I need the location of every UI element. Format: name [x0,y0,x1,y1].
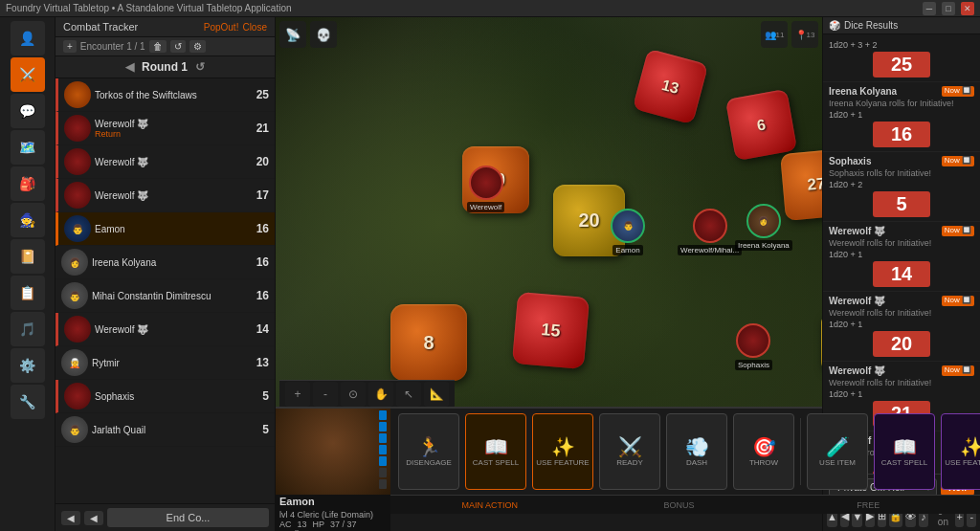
new-badge: Now 🔲 [942,226,974,236]
combatant-name: Eamon [95,224,246,234]
dice-result-name: Werewolf 🐺 [829,365,885,376]
players-icon[interactable]: 👥11 [761,21,788,48]
token-circle[interactable]: 👨 [611,209,645,243]
combatant-info: Ireena Kolyana [92,257,246,268]
action-disengage[interactable]: 🏃 disengage [398,413,459,490]
sidebar-icon-tables[interactable]: 📋 [11,276,45,310]
combatant-row[interactable]: Werewolf 🐺 20 [56,145,275,179]
dice-formula: 1d20 + 1 [829,389,974,399]
dice-d20-gold-2: 21 [821,314,822,371]
action-use-item[interactable]: 🧪 USE ITEM [807,413,868,490]
sidebar-icon-macros[interactable]: 🔧 [11,385,45,419]
combatant-name: Torkos of the Swiftclaws [95,90,246,100]
reset-encounter-button[interactable]: ↺ [170,40,186,53]
sidebar-icon-scenes[interactable]: 🗺️ [11,130,45,165]
dice-d20-red-3: 15 [512,292,590,369]
combatant-row[interactable]: Sophaxis 5 [56,380,275,413]
token-circle[interactable] [469,166,503,200]
next-round-button[interactable]: ↺ [195,60,205,74]
zoom-out-button[interactable]: - [313,382,338,407]
avatar [64,383,91,409]
combatant-row[interactable]: 👨 Eamon 16 [56,212,275,246]
skull-icon[interactable]: 💀 [310,21,337,48]
close-button[interactable]: ✕ [961,2,974,15]
prev-round-button[interactable]: ◀ [125,60,134,74]
combatant-row[interactable]: Torkos of the Swiftclaws 25 [56,78,275,112]
bluetooth-icon[interactable]: 📡 [279,21,306,48]
avatar [64,115,91,142]
combatant-initiative: 16 [250,289,269,302]
cast-spell-bonus-icon: 📖 [893,437,917,456]
dice-d20-red-2: 6 [725,89,797,161]
left-sidebar: 👤 ⚔️ 💬 🗺️ 🎒 🧙 📔 📋 🎵 ⚙️ 🔧 [0,17,56,531]
dice-result: Werewolf 🐺 Now 🔲 Werewolf rolls for Init… [823,292,980,362]
combatant-row[interactable]: 👩 Ireena Kolyana 16 [56,246,275,279]
combatant-row[interactable]: 👨 Jarlath Quail 5 [56,413,275,447]
dice-formula: 1d20 + 3 + 2 [829,40,974,50]
token-circle[interactable] [693,209,727,243]
sidebar-icon-user[interactable]: 👤 [11,21,45,55]
combatant-row[interactable]: 🧝 Rytmir 13 [56,346,275,380]
token-circle[interactable] [736,323,770,358]
sidebar-icon-chat[interactable]: 💬 [11,94,45,128]
hp-bar-segment [379,433,387,443]
avatar: 👩 [61,249,88,276]
dice-formula: 1d20 + 1 [829,110,974,120]
window-controls: ─ □ ✕ [923,2,974,15]
sidebar-icon-music[interactable]: 🎵 [11,312,45,346]
prev-encounter-button[interactable]: + [63,40,77,53]
action-dash[interactable]: 💨 dash [666,413,727,490]
dice-result: Ireena Kolyana Now 🔲 Ireena Kolyana roll… [823,82,980,152]
map-pin-icon[interactable]: 📍13 [791,21,818,48]
prev-combatant-button[interactable]: ◀ [61,511,80,525]
combatant-row[interactable]: 👨 Mihai Constantin Dimitrescu 16 [56,279,275,313]
dice-result-desc: Werewolf rolls for Initiative! [829,378,974,387]
sidebar-icon-combat[interactable]: ⚔️ [11,57,45,92]
delete-encounter-button[interactable]: 🗑 [149,40,167,53]
action-slots: 🏃 disengage 📖 CAST SPELL ✨ USE FEATURE ⚔… [390,409,980,495]
dice-result-header: Werewolf 🐺 Now 🔲 [829,296,974,306]
section-bonus: BONUS [588,500,771,510]
dice-total-container: 14 [829,261,974,287]
next-combatant-button[interactable]: ◀ [84,511,103,525]
zoom-reset-button[interactable]: ⊙ [341,382,366,407]
hp-bar-segment [379,422,387,431]
sidebar-icon-journal[interactable]: 📔 [11,239,45,274]
zoom-in-button[interactable]: + [285,382,310,407]
token-werewolf2: Werewolf/Mihai... [678,209,742,255]
action-cast-spell[interactable]: 📖 CAST SPELL [465,413,526,490]
combatant-row[interactable]: Werewolf 🐺 Return 21 [56,112,275,145]
combatant-row[interactable]: Werewolf 🐺 14 [56,313,275,346]
pan-tool[interactable]: ✋ [368,382,393,407]
action-ready[interactable]: ⚔️ ready [599,413,660,490]
action-label: USE FEATURE [945,458,980,467]
measure-tool[interactable]: 📐 [424,382,449,407]
combatant-name: Rytmir [92,358,246,368]
minimize-button[interactable]: ─ [923,2,936,15]
action-use-feature-bonus[interactable]: ✨ USE FEATURE [941,413,980,490]
action-throw[interactable]: 🎯 throw [733,413,794,490]
dice-result: Werewolf 🐺 Now 🔲 Werewolf rolls for Init… [823,222,980,292]
avatar [64,316,91,343]
end-combat-button[interactable]: End Co... [107,508,269,527]
close-combat-button[interactable]: Close [242,22,267,33]
sidebar-icon-settings[interactable]: ⚙️ [11,348,45,383]
hp-label: HP [313,520,325,529]
maximize-button[interactable]: □ [942,2,955,15]
dice-result: Sophaxis Now 🔲 Sophaxis rolls for Initia… [823,152,980,222]
new-badge: Now 🔲 [942,86,974,97]
combatant-row[interactable]: Werewolf 🐺 17 [56,179,275,212]
sidebar-icon-items[interactable]: 🎒 [11,166,45,201]
token-circle[interactable]: 👩 [746,204,781,238]
sidebar-icon-actors[interactable]: 🧙 [11,203,45,237]
action-use-feature[interactable]: ✨ USE FEATURE [532,413,593,490]
hp-bars [379,410,387,489]
action-label: CAST SPELL [881,458,927,467]
popup-button[interactable]: PopOut! [204,22,239,33]
dice-result-name: Ireena Kolyana [829,86,897,97]
settings-encounter-button[interactable]: ⚙ [189,40,206,53]
select-tool[interactable]: ↖ [396,382,421,407]
action-cast-spell-bonus[interactable]: 📖 CAST SPELL [874,413,935,490]
player-avatar-section: Eamon lvl 4 Cleric (Life Domain) AC 13 H… [276,409,390,531]
dice-result-header: Sophaxis Now 🔲 [829,156,974,166]
